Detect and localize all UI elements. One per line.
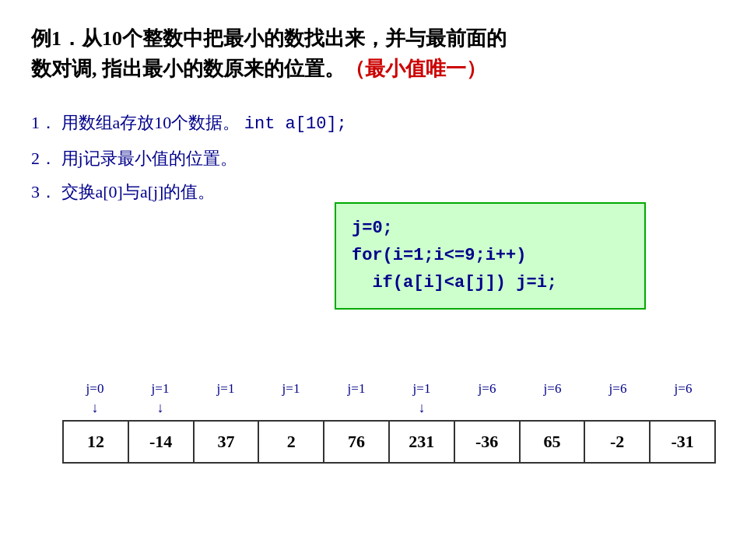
step-1: 1． 用数组a存放10个数据。 int a[10]; bbox=[31, 107, 716, 140]
arrow-cell-9 bbox=[651, 400, 716, 417]
title: 例1．从10个整数中把最小的数找出来，并与最前面的 数对调, 指出最小的数原来的… bbox=[31, 23, 716, 84]
j-label-5: j=1 bbox=[389, 381, 454, 397]
array-cell-2: 37 bbox=[194, 421, 259, 463]
code-line-1: j=0; bbox=[352, 215, 629, 242]
step2-text: 用j记录最小值的位置。 bbox=[61, 149, 237, 168]
step-2: 2． 用j记录最小值的位置。 bbox=[31, 143, 716, 174]
code-box: j=0; for(i=1;i<=9;i++) if(a[i]<a[j]) j=i… bbox=[335, 202, 646, 310]
array-cell-9: -31 bbox=[650, 421, 715, 463]
step3-text: 交换a[0]与a[j]的值。 bbox=[61, 182, 216, 201]
j-label-1: j=1 bbox=[128, 381, 193, 397]
title-line2: 数对调, 指出最小的数原来的位置。（最小值唯一） bbox=[31, 54, 716, 84]
step3-number: 3． bbox=[31, 182, 57, 201]
arrow-cell-5 bbox=[389, 400, 454, 417]
array-cell-7: 65 bbox=[520, 421, 585, 463]
step1-number: 1． bbox=[31, 113, 57, 132]
arrow-cell-1 bbox=[128, 400, 193, 417]
j-label-2: j=1 bbox=[193, 381, 258, 397]
array-cell-1: -14 bbox=[128, 421, 194, 463]
arrow-cell-3 bbox=[258, 400, 324, 417]
array-cell-8: -2 bbox=[584, 421, 650, 463]
j-label-3: j=1 bbox=[258, 381, 324, 397]
array-cell-6: -36 bbox=[454, 421, 520, 463]
arrow-cell-7 bbox=[520, 400, 585, 417]
step2-number: 2． bbox=[31, 149, 57, 168]
j-label-0: j=0 bbox=[62, 381, 128, 397]
j-label-4: j=1 bbox=[324, 381, 389, 397]
step1-code: int a[10]; bbox=[244, 114, 347, 134]
array-cell-0: 12 bbox=[63, 421, 128, 463]
j-label-7: j=6 bbox=[520, 381, 585, 397]
array-cell-5: 231 bbox=[389, 421, 454, 463]
arrow-cell-8 bbox=[585, 400, 651, 417]
step1-text: 用数组a存放10个数据。 bbox=[61, 113, 240, 132]
main-container: 例1．从10个整数中把最小的数找出来，并与最前面的 数对调, 指出最小的数原来的… bbox=[0, 0, 747, 560]
array-cell-4: 76 bbox=[324, 421, 389, 463]
diagram-area: j=0j=1j=1j=1j=1j=1j=6j=6j=6j=6 12-143727… bbox=[31, 381, 716, 464]
arrow-cell-4 bbox=[324, 400, 389, 417]
code-line-2: for(i=1;i<=9;i++) bbox=[352, 242, 629, 269]
code-line-3: if(a[i]<a[j]) j=i; bbox=[352, 269, 629, 296]
j-label-8: j=6 bbox=[585, 381, 651, 397]
arrow-cell-0 bbox=[62, 400, 128, 417]
arrow-cell-6 bbox=[454, 400, 520, 417]
j-label-6: j=6 bbox=[454, 381, 520, 397]
title-line1: 例1．从10个整数中把最小的数找出来，并与最前面的 bbox=[31, 23, 716, 54]
array-table: 12-1437276231-3665-2-31 bbox=[62, 420, 716, 464]
arrow-row bbox=[62, 400, 716, 417]
steps: 1． 用数组a存放10个数据。 int a[10]; 2． 用j记录最小值的位置… bbox=[31, 107, 716, 208]
arrow-cell-2 bbox=[193, 400, 258, 417]
j-label-9: j=6 bbox=[651, 381, 716, 397]
array-cell-3: 2 bbox=[258, 421, 324, 463]
j-labels-row: j=0j=1j=1j=1j=1j=1j=6j=6j=6j=6 bbox=[62, 381, 716, 397]
